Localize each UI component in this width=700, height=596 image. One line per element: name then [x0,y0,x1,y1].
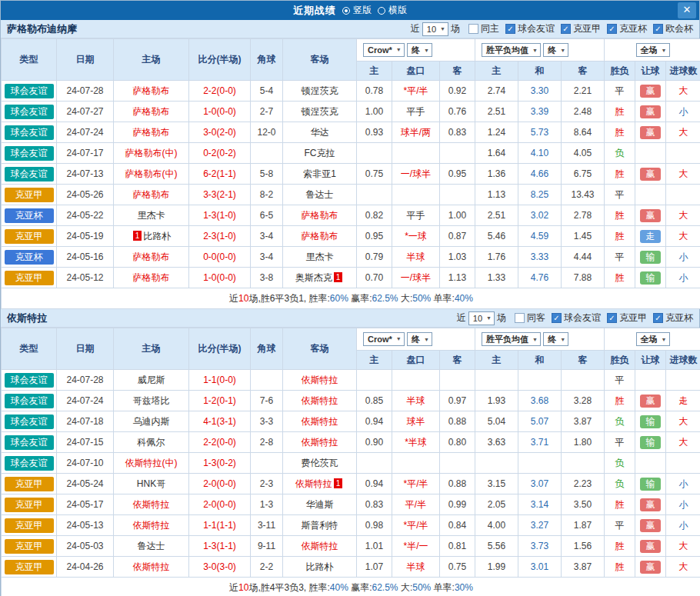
col-header-score: 比分(半场) [189,39,251,81]
type-cell: 克亚甲 [2,536,57,557]
filter-checkbox[interactable]: 同主 [468,22,499,35]
goals-cell: 大 [666,81,700,102]
handicap-result-cell: 输 [635,474,666,494]
handicap-result-badge: 赢 [640,540,661,553]
date-cell: 24-07-17 [57,143,114,164]
asian-stage-select-0[interactable]: 终▼ [407,43,432,57]
date-cell: 24-05-16 [57,247,114,268]
summary-part: 近 [229,293,238,304]
filter-checkbox[interactable]: ✓欧会杯 [653,22,693,35]
euro-away-odds-cell: 2.78 [562,205,605,226]
handicap-cell: 平手 [392,205,440,226]
filter-checkbox[interactable]: ✓球会友谊 [505,22,555,35]
score-cell: 1-1(1-1) [189,515,251,536]
result-cell: 平 [605,247,635,268]
team-name: 依斯特拉 [302,416,338,427]
close-button[interactable]: ✕ [678,2,696,18]
europe-odds-value: 胜平负均值 [486,45,528,56]
corners-cell: 3-11 [251,515,283,536]
match-type-badge: 球会友谊 [5,105,54,119]
summary-part: 50% [412,582,431,593]
layout-radio-vertical[interactable]: 竖版 [342,4,372,17]
asian-home-odds-cell [357,143,392,164]
filter-checkbox[interactable]: ✓克亚杯 [653,311,693,325]
rounds-select-1[interactable]: 10▼ [468,311,495,325]
checkbox-checked-icon[interactable]: ✓ [561,24,571,34]
asian-stage-value: 终 [412,334,420,345]
team-name: 依斯特拉 [302,395,338,406]
checkbox-unchecked-icon[interactable] [468,24,478,34]
checkbox-checked-icon[interactable]: ✓ [552,313,562,323]
checkbox-checked-icon[interactable]: ✓ [607,313,617,323]
team-name: 依斯特拉 [133,561,170,572]
filter-checkbox-label: 球会友谊 [564,311,601,325]
filter-checkbox[interactable]: ✓克亚甲 [561,22,601,35]
match-type-badge: 克亚甲 [5,477,54,491]
summary-part: 40% [455,293,473,304]
euro-draw-odds-cell: 3.39 [518,102,562,122]
team-section-1: 依斯特拉 近 10▼ 场 同客✓球会友谊✓克亚甲✓克亚杯 类型 日期 主场 [1,309,699,596]
handicap-result-badge: 输 [640,271,661,285]
handicap-result-badge: 赢 [640,105,661,118]
goals-cell: 小 [666,268,700,288]
odds-company-select-0[interactable]: Crow*▼ [363,43,405,57]
checkbox-checked-icon[interactable]: ✓ [653,24,663,34]
handicap-result-cell: 赢 [635,164,666,185]
handicap-cell: 一/球半 [392,164,440,185]
odds-company-select-1[interactable]: Crow*▼ [363,332,405,346]
checkbox-checked-icon[interactable]: ✓ [607,24,617,34]
recent-results-panel: 近期战绩 竖版 横版 ✕ 萨格勒布迪纳摩 近 10▼ 场 同主✓球会友谊✓克亚甲… [0,0,700,596]
results-tbody-1: 球会友谊24-07-28威尼斯1-1(0-0)依斯特拉平球会友谊24-07-24… [2,370,700,596]
date-cell: 24-07-10 [57,453,114,474]
col-header-corners: 角球 [251,328,283,370]
euro-draw-odds-cell: 3.33 [518,247,562,268]
asian-away-odds-cell: 0.81 [440,536,475,557]
score-cell: 2-2(0-0) [189,432,251,453]
asian-away-odds-cell: 1.13 [440,268,475,288]
euro-draw-odds-cell: 3.02 [518,205,562,226]
handicap-cell: 一/球半 [392,268,440,288]
scope-select-1[interactable]: 全场▼ [636,332,670,346]
date-cell: 24-07-24 [57,391,114,411]
rounds-select-0[interactable]: 10▼ [422,22,448,36]
europe-odds-select-1[interactable]: 胜平负均值▼ [482,332,541,346]
match-row: 克亚杯24-05-22里杰卡1-3(1-0)6-5萨格勒布0.82平手1.002… [2,205,700,226]
handicap-cell: 半球 [392,247,440,268]
asian-away-odds-cell: 0.84 [440,515,475,536]
scope-select-0[interactable]: 全场▼ [636,43,670,57]
europe-stage-select-1[interactable]: 终▼ [543,332,568,346]
handicap-result-badge: 赢 [640,168,661,181]
scope-controls-1: 全场▼ [605,328,700,351]
checkbox-unchecked-icon[interactable] [515,313,525,323]
radio-unselected-icon[interactable] [378,7,385,15]
europe-odds-select-0[interactable]: 胜平负均值▼ [482,43,541,57]
filter-checkbox[interactable]: 同客 [515,311,545,325]
euro-home-odds-cell: 1.24 [475,122,518,143]
asian-home-odds-cell [357,370,392,391]
handicap-cell: 球半/两 [392,122,440,143]
euro-home-odds-cell: 2.51 [475,205,518,226]
type-cell: 克亚甲 [2,494,57,515]
filter-checkbox-label: 克亚杯 [665,311,693,325]
europe-odds-value: 胜平负均值 [486,334,528,345]
col-header-handicap: 盘口 [392,351,440,370]
match-row: 球会友谊24-07-15科佩尔2-2(0-0)2-8依斯特拉0.90*半球0.8… [2,432,700,453]
asian-home-odds-cell: 1.07 [357,557,392,578]
goals-cell: 走 [666,391,700,411]
asian-stage-select-1[interactable]: 终▼ [407,332,432,346]
checkbox-checked-icon[interactable]: ✓ [505,24,515,34]
filter-checkbox[interactable]: ✓克亚杯 [607,22,647,35]
handicap-result-badge: 输 [640,436,661,449]
filter-checkbox[interactable]: ✓克亚甲 [607,311,647,325]
away-team-cell: 顿涅茨克 [283,81,357,102]
layout-radio-horizontal[interactable]: 横版 [378,4,407,17]
europe-stage-select-0[interactable]: 终▼ [543,43,568,57]
checkbox-checked-icon[interactable]: ✓ [653,313,663,323]
asian-home-odds-cell [357,453,392,474]
asian-away-odds-cell: 0.75 [440,557,475,578]
score-cell: 2-0(0-0) [189,494,251,515]
filter-checkbox[interactable]: ✓球会友谊 [552,311,601,325]
radio-selected-icon[interactable] [342,7,350,15]
col-header-handicap: 盘口 [392,62,440,81]
asian-stage-value: 终 [412,45,420,56]
